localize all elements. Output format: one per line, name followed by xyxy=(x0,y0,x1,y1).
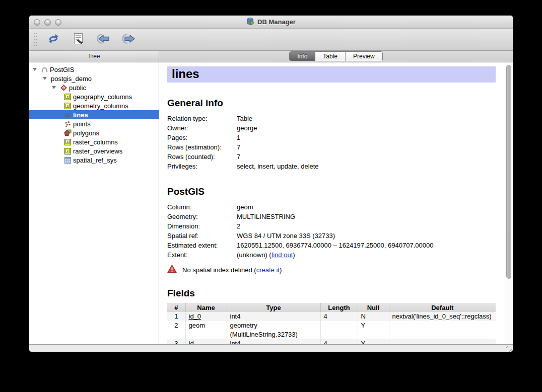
tree-item-postgis[interactable]: PostGIS xyxy=(29,65,159,74)
tree-item-label: points xyxy=(72,120,91,128)
window-title-group: DB Manager xyxy=(246,17,296,27)
status-bar xyxy=(29,344,513,352)
info-row: Privileges:select, insert, update, delet… xyxy=(167,162,496,171)
spatial-ref-table-icon xyxy=(63,157,72,164)
info-row: Dimension:2 xyxy=(167,221,496,231)
minimize-button[interactable] xyxy=(44,19,51,26)
disclosure-triangle[interactable] xyxy=(43,77,47,80)
find-out-link[interactable]: find out xyxy=(272,251,293,259)
col-num: # xyxy=(167,303,185,312)
postgis-heading: PostGIS xyxy=(167,186,496,197)
field-row: 3 id int4 4 Y xyxy=(167,339,496,344)
info-row: Geometry:MULTILINESTRING xyxy=(167,212,496,221)
info-row: Relation type:Table xyxy=(167,114,496,123)
tree-item-label: lines xyxy=(72,111,88,119)
postgis-elephant-icon xyxy=(40,66,49,73)
toolbar-drag-handle[interactable] xyxy=(33,31,37,48)
field-row: 1 id_0 int4 4 N nextval('lines_id_0_seq'… xyxy=(167,312,496,321)
export-to-file-button[interactable] xyxy=(119,31,139,48)
import-arrow-icon xyxy=(97,33,111,46)
main-split: Tree PostGIS postgis_demo public xyxy=(29,51,513,344)
tab-bar: Info Table Preview xyxy=(159,51,513,62)
tab-info[interactable]: Info xyxy=(290,52,315,61)
general-info-heading: General info xyxy=(167,98,496,109)
col-default: Default xyxy=(389,303,496,312)
sql-window-button[interactable] xyxy=(69,31,89,48)
tab-table[interactable]: Table xyxy=(315,52,346,61)
fields-table: # Name Type Length Null Default 1 xyxy=(167,303,496,344)
vertical-scrollbar[interactable] xyxy=(505,63,512,344)
table-layer-icon xyxy=(63,94,72,100)
resize-grip[interactable] xyxy=(506,346,512,352)
col-length: Length xyxy=(320,303,358,312)
tree-item-public[interactable]: public xyxy=(29,83,159,92)
tree-panel-header: Tree xyxy=(29,51,159,62)
import-layer-button[interactable] xyxy=(94,31,114,48)
tree-item-label: raster_overviews xyxy=(72,147,122,155)
tree-item-points[interactable]: points xyxy=(29,119,159,128)
close-button[interactable] xyxy=(34,19,40,26)
table-layer-icon xyxy=(63,139,72,145)
tree-item-label: polygons xyxy=(72,129,99,137)
col-name: Name xyxy=(185,303,227,312)
tree-item-lines[interactable]: lines xyxy=(29,110,159,119)
refresh-button[interactable] xyxy=(43,31,63,48)
disclosure-triangle[interactable] xyxy=(52,86,56,89)
col-type: Type xyxy=(227,303,320,312)
tree-item-geography-columns[interactable]: geography_columns xyxy=(29,92,159,101)
db-manager-icon xyxy=(246,17,254,27)
info-row: Column:geom xyxy=(167,202,496,212)
field-row: 2 geom geometry (MultiLineString,32733) … xyxy=(167,321,496,339)
info-row-extent: Extent:(unknown) (find out) xyxy=(167,250,496,260)
db-manager-window: DB Manager Tree xyxy=(29,15,513,352)
tree-panel: Tree PostGIS postgis_demo public xyxy=(29,51,159,344)
tree-item-raster-columns[interactable]: raster_columns xyxy=(29,137,159,146)
detail-pane: Info Table Preview lines General info Re… xyxy=(159,51,513,344)
tree-item-label: geography_columns xyxy=(72,93,132,101)
info-panel: lines General info Relation type:Table O… xyxy=(159,62,513,344)
toolbar xyxy=(29,29,513,51)
info-row: Pages:1 xyxy=(167,133,496,142)
refresh-icon xyxy=(47,33,60,46)
fields-header-row: # Name Type Length Null Default xyxy=(167,303,496,312)
page-title: lines xyxy=(167,66,496,83)
fields-heading: Fields xyxy=(167,288,496,299)
tree-item-label: raster_columns xyxy=(72,138,118,146)
tree-item-polygons[interactable]: polygons xyxy=(29,128,159,137)
sql-window-icon xyxy=(74,33,84,46)
info-row: Spatial ref:WGS 84 / UTM zone 33S (32733… xyxy=(167,231,496,241)
scrollbar-thumb[interactable] xyxy=(506,65,511,279)
tree-item-label: spatial_ref_sys xyxy=(72,156,117,164)
points-layer-icon xyxy=(63,121,72,127)
warning-icon xyxy=(167,265,177,275)
postgis-rows: Column:geom Geometry:MULTILINESTRING Dim… xyxy=(167,202,496,260)
tab-preview[interactable]: Preview xyxy=(346,52,382,61)
info-row: Rows (counted):7 xyxy=(167,152,496,162)
title-bar[interactable]: DB Manager xyxy=(29,16,513,29)
info-row: Owner:george xyxy=(167,123,496,133)
tree: PostGIS postgis_demo public geography_co… xyxy=(29,62,159,344)
info-row: Rows (estimation):7 xyxy=(167,142,496,152)
tab-segmented-control: Info Table Preview xyxy=(289,51,382,61)
primary-key-field: id_0 xyxy=(189,312,201,320)
table-layer-icon xyxy=(63,103,72,109)
traffic-lights xyxy=(34,19,61,26)
zoom-button[interactable] xyxy=(55,19,61,26)
schema-icon xyxy=(59,86,68,90)
tree-item-label: PostGIS xyxy=(49,66,74,73)
tree-item-label: postgis_demo xyxy=(50,75,92,83)
tree-item-geometry-columns[interactable]: geometry_columns xyxy=(29,101,159,110)
info-row: Estimated extent:1620551.12500, 6936774.… xyxy=(167,241,496,250)
tree-item-postgis-demo[interactable]: postgis_demo xyxy=(29,74,159,83)
create-it-link[interactable]: create it xyxy=(256,266,280,274)
tree-item-spatial-ref-sys[interactable]: spatial_ref_sys xyxy=(29,155,159,165)
tree-item-label: geometry_columns xyxy=(72,102,128,110)
tree-item-raster-overviews[interactable]: raster_overviews xyxy=(29,146,159,155)
export-arrow-icon xyxy=(122,33,136,46)
table-layer-icon xyxy=(63,148,72,154)
lines-layer-icon xyxy=(63,111,72,118)
disclosure-triangle[interactable] xyxy=(33,68,37,71)
window-title: DB Manager xyxy=(257,18,296,26)
spatial-index-warning: No spatial index defined (create it) xyxy=(167,265,496,275)
tree-item-label: public xyxy=(68,84,86,92)
